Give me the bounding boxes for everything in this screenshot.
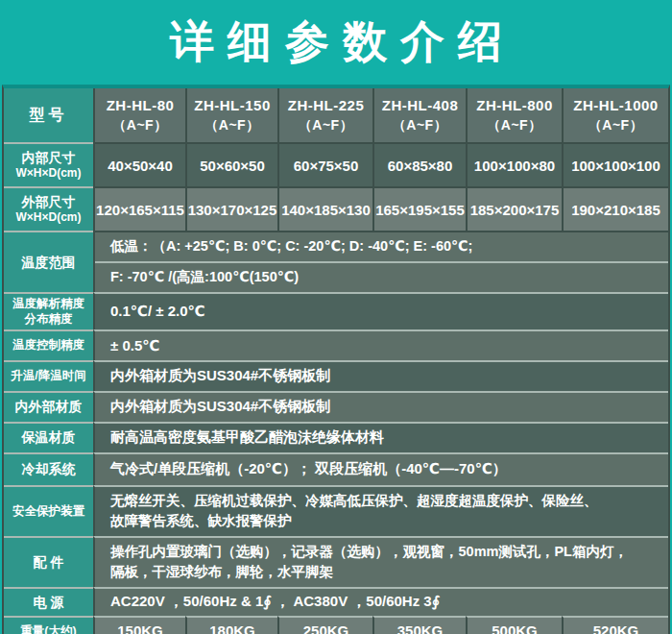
row-label-insulation: 保温材质 [4, 422, 93, 452]
resolution-accuracy-value: 0.1℃/ ± 2.0℃ [93, 292, 668, 329]
row-label-control-accuracy: 温度控制精度 [4, 329, 93, 360]
material-row: 内外部材质 内外箱材质为SUS304#不锈钢板制 [4, 391, 668, 422]
power-row: 电 源 AC220V ，50/60Hz & 1∮ ， AC380V ，50/60… [4, 587, 668, 616]
row-label-outer-size: 外部尺寸 W×H×D(cm) [4, 186, 93, 231]
cooling-system-value: 气冷式/单段压缩机（-20℃）； 双段压缩机（-40℃—-70℃） [93, 452, 668, 485]
outer-size-value: 130×170×125 [185, 186, 277, 231]
model-range: （A~F） [468, 116, 562, 134]
heating-cooling-time-row: 升温/降温时间 内外箱材质为SUS304#不锈钢板制 [4, 360, 668, 391]
page-title: 详细参数介绍 [0, 0, 672, 85]
material-value: 内外箱材质为SUS304#不锈钢板制 [93, 391, 668, 422]
row-label-power: 电 源 [4, 587, 93, 616]
inner-size-value: 100×100×100 [562, 142, 668, 186]
weight-value: 520KG [562, 616, 668, 634]
model-name: ZH-HL-80 [95, 96, 185, 115]
weight-value: 150KG [93, 616, 185, 634]
model-header: ZH-HL-225 （A~F） [277, 88, 372, 142]
row-label-cooling-system: 冷却系统 [4, 452, 93, 485]
model-name: ZH-HL-150 [187, 96, 277, 115]
inner-size-value: 50×60×50 [185, 142, 277, 186]
outer-size-value: 165×195×155 [372, 186, 466, 231]
safety-protection-value: 无熔丝开关、压缩机过载保护、冷媒高低压保护、超湿度超温度保护、保险丝、 故障警告… [93, 485, 668, 536]
insulation-row: 保温材质 耐高温高密度氨基甲酸乙醋泡沫绝缘体材料 [4, 422, 668, 452]
control-accuracy-row: 温度控制精度 ± 0.5℃ [4, 329, 668, 360]
outer-size-value: 190×210×185 [562, 186, 668, 231]
model-range: （A~F） [374, 116, 466, 134]
page: 详细参数介绍 型号 ZH-HL-80 （A~F） ZH-HL-150 （A~F）… [0, 0, 672, 634]
inner-size-value: 100×100×80 [466, 142, 562, 186]
control-accuracy-value: ± 0.5℃ [93, 329, 668, 360]
model-header: ZH-HL-1000 （A~F） [562, 88, 668, 142]
model-header: ZH-HL-800 （A~F） [466, 88, 562, 142]
outer-size-value: 140×185×130 [277, 186, 372, 231]
weight-row: 重量(大约) 150KG 180KG 250KG 350KG 500KG 520… [4, 616, 668, 634]
row-label-material: 内外部材质 [4, 391, 93, 422]
row-label-heating-cooling-time: 升温/降温时间 [4, 360, 93, 391]
model-header: ZH-HL-150 （A~F） [185, 88, 277, 142]
model-name: ZH-HL-1000 [564, 96, 668, 115]
accessories-row: 配 件 操作孔内置玻璃门（选购），记录器（选购），观视窗，50mm测试孔，PL箱… [4, 536, 668, 587]
spec-table: 型号 ZH-HL-80 （A~F） ZH-HL-150 （A~F） ZH-HL-… [2, 85, 670, 634]
accessories-value: 操作孔内置玻璃门（选购），记录器（选购），观视窗，50mm测试孔，PL箱内灯， … [93, 536, 668, 587]
safety-protection-row: 安全保护装置 无熔丝开关、压缩机过载保护、冷媒高低压保护、超湿度超温度保护、保险… [4, 485, 668, 536]
weight-value: 500KG [466, 616, 562, 634]
model-range: （A~F） [95, 116, 185, 134]
inner-size-value: 40×50×40 [93, 142, 185, 186]
model-range: （A~F） [564, 116, 668, 134]
resolution-accuracy-row: 温度解析精度 分布精度 0.1℃/ ± 2.0℃ [4, 292, 668, 329]
model-header: ZH-HL-408 （A~F） [372, 88, 466, 142]
outer-size-value: 120×165×115 [93, 186, 185, 231]
model-name: ZH-HL-408 [374, 96, 466, 115]
row-label-inner-size: 内部尺寸 W×H×D(cm) [4, 142, 93, 186]
temperature-range-row: 温度范围 低温：（A: +25℃; B: 0℃; C: -20℃; D: -40… [4, 231, 668, 292]
row-label-resolution-accuracy: 温度解析精度 分布精度 [4, 292, 93, 329]
model-header-row: 型号 ZH-HL-80 （A~F） ZH-HL-150 （A~F） ZH-HL-… [4, 88, 668, 142]
cooling-system-row: 冷却系统 气冷式/单段压缩机（-20℃）； 双段压缩机（-40℃—-70℃） [4, 452, 668, 485]
outer-size-row: 外部尺寸 W×H×D(cm) 120×165×115 130×170×125 1… [4, 186, 668, 231]
insulation-value: 耐高温高密度氨基甲酸乙醋泡沫绝缘体材料 [93, 422, 668, 452]
model-range: （A~F） [279, 116, 372, 134]
inner-size-row: 内部尺寸 W×H×D(cm) 40×50×40 50×60×50 60×75×5… [4, 142, 668, 186]
row-label-model: 型号 [4, 88, 93, 142]
weight-value: 180KG [185, 616, 277, 634]
weight-value: 250KG [277, 616, 372, 634]
row-label-weight: 重量(大约) [4, 616, 93, 634]
temperature-range-value: 低温：（A: +25℃; B: 0℃; C: -20℃; D: -40℃; E:… [93, 231, 668, 292]
heating-cooling-time-value: 内外箱材质为SUS304#不锈钢板制 [93, 360, 668, 391]
row-label-temperature-range: 温度范围 [4, 231, 93, 292]
inner-size-value: 60×85×80 [372, 142, 466, 186]
row-label-safety-protection: 安全保护装置 [4, 485, 93, 536]
model-name: ZH-HL-225 [279, 96, 372, 115]
power-value: AC220V ，50/60Hz & 1∮ ， AC380V ，50/60Hz 3… [93, 587, 668, 616]
model-range: （A~F） [187, 116, 277, 134]
inner-size-value: 60×75×50 [277, 142, 372, 186]
model-header: ZH-HL-80 （A~F） [93, 88, 185, 142]
model-name: ZH-HL-800 [468, 96, 562, 115]
weight-value: 350KG [372, 616, 466, 634]
row-label-accessories: 配 件 [4, 536, 93, 587]
outer-size-value: 185×200×175 [466, 186, 562, 231]
